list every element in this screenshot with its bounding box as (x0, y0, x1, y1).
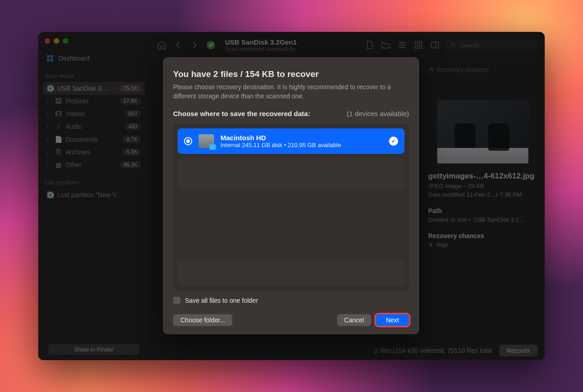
recovery-destination-dialog: You have 2 files / 154 KB to recover Ple… (163, 57, 419, 334)
dialog-buttons: Choose folder... Cancel Next (173, 314, 409, 326)
sidebar-item-count: 17.8K (120, 97, 141, 105)
zoom-window[interactable] (63, 38, 68, 44)
sidebar-item-label: Audio (66, 123, 121, 130)
sidebar-item-label: Pictures (66, 97, 116, 105)
grid-view-icon[interactable] (414, 40, 424, 50)
sidebar-item-documents[interactable]: › 📄 Documents 4.7K (43, 133, 145, 146)
file-thumbnail (437, 101, 528, 163)
svg-rect-8 (419, 46, 422, 49)
checkmark-icon: ✓ (389, 137, 398, 146)
destination-placeholder (178, 158, 404, 190)
chances-text: High (436, 241, 449, 248)
svg-rect-0 (47, 55, 50, 58)
sidebar-item-count: 5.3K (123, 148, 141, 156)
search-icon (451, 42, 456, 48)
sidebar-item-other[interactable]: › ▦ Other 46.3K (43, 158, 145, 171)
nav-forward-icon[interactable] (189, 40, 199, 50)
sidebar-item-archives[interactable]: › 🗄 Archives 5.3K (43, 146, 145, 158)
toolbar-subtitle: Scan completed successfully (225, 46, 316, 52)
app-window: Dashboard Scan results 💽 USB SanDisk 3.…… (38, 32, 545, 360)
other-icon: ▦ (55, 161, 62, 168)
destination-name: Macintosh HD (220, 134, 383, 142)
sidebar-item-count: 75.1K (120, 85, 141, 92)
section-lost-partitions: Lost partitions (45, 179, 143, 186)
chevron-right-icon: › (46, 148, 51, 156)
choose-label: Choose where to save the recovered data: (173, 110, 310, 117)
sidebar-item-pictures[interactable]: › 🖼 Pictures 17.8K (43, 95, 145, 107)
destination-detail: Internal 245.11 GB disk • 210.95 GB avai… (220, 142, 383, 148)
home-icon[interactable] (157, 40, 167, 50)
gauge-icon: ◔ (428, 66, 434, 73)
chevron-right-icon: › (46, 123, 51, 130)
checkbox-icon (173, 297, 180, 304)
inspector-path-value: Deleted or lost ‣ USB SanDisk 3.2… (428, 216, 537, 223)
svg-rect-1 (51, 55, 53, 58)
inspector-path-label: Path (428, 207, 537, 214)
star-icon: ★ (428, 241, 434, 248)
sidebar-item-audio[interactable]: › ♪ Audio 463 (43, 120, 145, 133)
new-doc-icon[interactable] (364, 40, 374, 50)
sidebar-item-label: Videos (66, 110, 121, 117)
list-view-icon[interactable] (397, 40, 407, 50)
inspector-meta1: JPEG image – 29 KB (428, 183, 537, 189)
pictures-icon: 🖼 (55, 97, 62, 105)
toolbar-title: USB SanDisk 3.2Gen1 (225, 38, 316, 46)
sidebar-item-label: USB SanDisk 3.… (57, 85, 116, 92)
cancel-button[interactable]: Cancel (337, 314, 372, 326)
toolbar-title-block: USB SanDisk 3.2Gen1 Scan completed succe… (225, 38, 316, 52)
chevron-right-icon: › (46, 136, 51, 143)
sidebar-item-label: Lost partition "New V… (57, 191, 141, 199)
destination-placeholder (178, 260, 404, 286)
tab-recovery-chances[interactable]: ◔ Recovery chances (428, 66, 489, 73)
status-bar: 2 files (154 KB) selected, 75110 files t… (149, 341, 545, 360)
svg-point-10 (452, 43, 455, 46)
search-input[interactable] (459, 41, 533, 49)
nav-back-icon[interactable] (173, 40, 183, 50)
svg-rect-5 (415, 42, 418, 45)
chevron-right-icon: › (46, 161, 51, 168)
show-in-finder-button[interactable]: Show in Finder (48, 344, 139, 355)
sidebar-toggle-icon[interactable] (430, 40, 440, 50)
destination-macintosh-hd[interactable]: Macintosh HD Internal 245.11 GB disk • 2… (178, 128, 404, 154)
inspector-filename: gettyimages-…4-612x612.jpg (428, 172, 537, 181)
svg-rect-7 (415, 46, 418, 49)
sidebar-item-count: 4.7K (123, 136, 141, 143)
chevron-right-icon: › (46, 97, 51, 105)
status-summary: 2 files (154 KB) selected, 75110 files t… (374, 347, 492, 354)
checkbox-label: Save all files to one folder (185, 297, 258, 304)
section-scan-results: Scan results (45, 73, 143, 79)
sidebar-item-lost-partition[interactable]: 💽 Lost partition "New V… (43, 188, 145, 201)
sidebar-item-count: 46.3K (120, 161, 141, 168)
disk-icon (199, 134, 214, 148)
sidebar-dashboard[interactable]: Dashboard (43, 52, 145, 65)
documents-icon: 📄 (55, 136, 62, 143)
minimize-window[interactable] (54, 38, 59, 44)
dashboard-label: Dashboard (58, 55, 90, 62)
grid-icon (46, 55, 54, 62)
svg-rect-3 (51, 59, 53, 61)
search-field[interactable] (446, 40, 537, 51)
sidebar-item-videos[interactable]: › 🎞 Videos 607 (43, 107, 145, 120)
destination-list: Macintosh HD Internal 245.11 GB disk • 2… (173, 124, 409, 290)
archives-icon: 🗄 (55, 148, 62, 156)
save-to-one-folder-checkbox[interactable]: Save all files to one folder (173, 297, 409, 304)
radio-selected[interactable] (184, 137, 192, 145)
choose-folder-button[interactable]: Choose folder... (173, 314, 232, 326)
inspector-chances-label: Recovery chances (428, 232, 537, 239)
status-ok-icon (206, 40, 216, 50)
recover-button[interactable]: Recover (499, 345, 537, 356)
videos-icon: 🎞 (55, 110, 62, 117)
inspector-panel: ◔ Recovery chances gettyimages-…4-612x61… (421, 59, 545, 360)
tab-label: Recovery chances (436, 66, 489, 73)
sidebar-item-usb[interactable]: 💽 USB SanDisk 3.… 75.1K (43, 82, 145, 95)
next-button[interactable]: Next (376, 314, 409, 326)
folder-icon[interactable] (381, 40, 391, 50)
sidebar-item-label: Other (66, 161, 116, 168)
sidebar-item-label: Documents (66, 136, 119, 143)
dialog-title: You have 2 files / 154 KB to recover (173, 69, 409, 79)
dialog-subtitle: Please choose recovery destination. It i… (173, 83, 409, 101)
close-window[interactable] (45, 38, 50, 44)
sidebar-item-label: Archives (66, 148, 119, 156)
drive-icon: 💽 (46, 191, 54, 199)
inspector-meta2: Date modified 11-Feb-2…t 7:36 PM (428, 191, 537, 198)
